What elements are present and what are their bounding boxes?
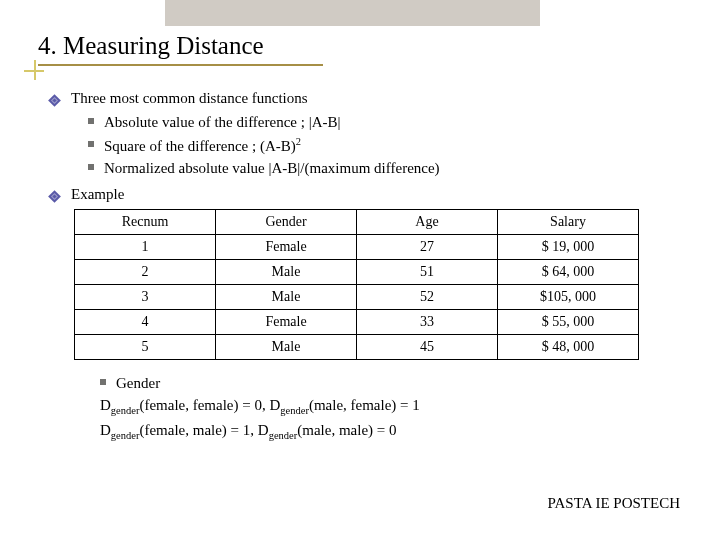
table-row: RecnumGenderAgeSalary (75, 209, 639, 234)
gender-label: Gender (116, 372, 160, 395)
square-icon (100, 379, 106, 385)
square-icon (88, 141, 94, 147)
gender-line-2: Dgender(female, male) = 1, Dgender(male,… (100, 419, 680, 444)
content-area: Three most common distance functions Abs… (50, 90, 680, 444)
gender-line-1: Dgender(female, female) = 0, Dgender(mal… (100, 394, 680, 419)
table-row: 4Female33$ 55, 000 (75, 309, 639, 334)
footer-text: PASTA IE POSTECH (548, 495, 680, 512)
table-row: 5Male45$ 48, 000 (75, 334, 639, 359)
slide-title: 4. Measuring Distance (38, 32, 323, 60)
th-salary: Salary (498, 209, 639, 234)
bullet-2: Example (50, 186, 680, 203)
sub-1a-text: Absolute value of the difference ; |A-B| (104, 111, 340, 134)
sub-1b-text: Square of the difference ; (A-B)2 (104, 134, 301, 158)
th-gender: Gender (216, 209, 357, 234)
diamond-icon (48, 94, 61, 107)
title-block: 4. Measuring Distance (38, 32, 323, 66)
square-icon (88, 118, 94, 124)
sub-1b: Square of the difference ; (A-B)2 (88, 134, 680, 158)
sub-1c: Normalized absolute value |A-B|/(maximum… (88, 157, 680, 180)
sub-1c-text: Normalized absolute value |A-B|/(maximum… (104, 157, 440, 180)
title-underline (38, 64, 323, 66)
diamond-icon (48, 190, 61, 203)
table-row: 1Female27$ 19, 000 (75, 234, 639, 259)
bullet-1-text: Three most common distance functions (71, 90, 308, 107)
sub-list-1: Absolute value of the difference ; |A-B|… (88, 111, 680, 180)
th-age: Age (357, 209, 498, 234)
th-recnum: Recnum (75, 209, 216, 234)
gender-distance-block: Gender Dgender(female, female) = 0, Dgen… (100, 372, 680, 444)
bullet-1: Three most common distance functions (50, 90, 680, 107)
bullet-2-text: Example (71, 186, 124, 203)
table-row: 3Male52$105, 000 (75, 284, 639, 309)
top-accent-bar (165, 0, 540, 26)
sub-1a: Absolute value of the difference ; |A-B| (88, 111, 680, 134)
square-icon (88, 164, 94, 170)
table-row: 2Male51$ 64, 000 (75, 259, 639, 284)
gender-label-row: Gender (100, 372, 680, 395)
example-table: RecnumGenderAgeSalary 1Female27$ 19, 000… (74, 209, 639, 360)
